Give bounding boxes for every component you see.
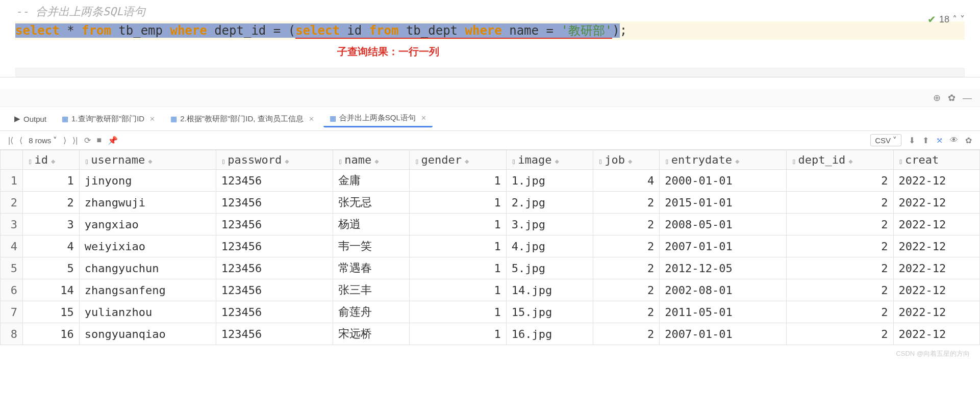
cell-username[interactable]: yangxiao: [79, 214, 216, 235]
cell-deptid[interactable]: 2: [787, 235, 893, 257]
cell-deptid[interactable]: 2: [787, 279, 893, 301]
sql-line[interactable]: select * from tb_emp where dept_id = (se…: [15, 21, 965, 40]
cell-name[interactable]: 常遇春: [333, 257, 409, 279]
sort-icon[interactable]: ◆: [735, 157, 739, 165]
cell-name[interactable]: 韦一笑: [333, 235, 409, 257]
cell-image[interactable]: 4.jpg: [506, 235, 593, 257]
cell-create[interactable]: 2022-12: [893, 170, 979, 192]
cell-password[interactable]: 123456: [216, 170, 333, 192]
first-page-icon[interactable]: |⟨: [8, 136, 13, 145]
cell-password[interactable]: 123456: [216, 214, 333, 235]
cell-job[interactable]: 4: [593, 170, 660, 192]
cell-job[interactable]: 2: [593, 279, 660, 301]
cell-create[interactable]: 2022-12: [893, 214, 979, 235]
stop-icon[interactable]: ■: [97, 136, 102, 145]
sort-icon[interactable]: ◆: [51, 157, 55, 165]
cell-password[interactable]: 123456: [216, 279, 333, 301]
cell-job[interactable]: 2: [593, 257, 660, 279]
cell-image[interactable]: 2.jpg: [506, 192, 593, 214]
cell-gender[interactable]: 1: [410, 235, 507, 257]
sort-icon[interactable]: ◆: [148, 157, 152, 165]
cell-username[interactable]: weiyixiao: [79, 235, 216, 257]
cell-id[interactable]: 4: [23, 235, 80, 257]
cell-gender[interactable]: 1: [410, 301, 507, 323]
cell-username[interactable]: zhangwuji: [79, 192, 216, 214]
col-gender[interactable]: ▯gender◆: [410, 150, 507, 170]
last-page-icon[interactable]: ⟩|: [72, 136, 78, 145]
col-id[interactable]: ▯id◆: [23, 150, 80, 170]
cell-job[interactable]: 2: [593, 301, 660, 323]
rows-dropdown[interactable]: 8 rows ˅: [29, 136, 57, 145]
col-deptid[interactable]: ▯dept_id◆: [787, 150, 893, 170]
cell-gender[interactable]: 1: [410, 279, 507, 301]
cell-name[interactable]: 俞莲舟: [333, 301, 409, 323]
cell-deptid[interactable]: 2: [787, 214, 893, 235]
cell-create[interactable]: 2022-12: [893, 301, 979, 323]
cell-gender[interactable]: 1: [410, 170, 507, 192]
export-csv-button[interactable]: CSV ˅: [870, 134, 901, 146]
tab-merged[interactable]: ▦ 合并出上两条SQL语句 ✕: [323, 110, 433, 127]
prev-page-icon[interactable]: ⟨: [19, 136, 22, 145]
cell-password[interactable]: 123456: [216, 323, 333, 345]
cell-create[interactable]: 2022-12: [893, 192, 979, 214]
table-row[interactable]: 614zhangsanfeng123456张三丰114.jpg22002-08-…: [1, 279, 980, 301]
cell-entrydate[interactable]: 2011-05-01: [660, 301, 787, 323]
table-row[interactable]: 11jinyong123456金庸11.jpg42000-01-0122022-…: [1, 170, 980, 192]
cell-name[interactable]: 张无忌: [333, 192, 409, 214]
close-icon[interactable]: ✕: [309, 115, 314, 123]
col-image[interactable]: ▯image◆: [506, 150, 593, 170]
cell-id[interactable]: 3: [23, 214, 80, 235]
table-row[interactable]: 816songyuanqiao123456宋远桥116.jpg22007-01-…: [1, 323, 980, 345]
cell-id[interactable]: 14: [23, 279, 80, 301]
settings-icon[interactable]: ✿: [965, 136, 972, 145]
pin-icon[interactable]: 📌: [108, 136, 118, 145]
cell-job[interactable]: 2: [593, 323, 660, 345]
next-page-icon[interactable]: ⟩: [63, 136, 66, 145]
cell-gender[interactable]: 1: [410, 192, 507, 214]
sort-icon[interactable]: ◆: [555, 157, 559, 165]
cell-deptid[interactable]: 2: [787, 192, 893, 214]
refresh-icon[interactable]: ⟳: [84, 136, 91, 145]
sort-icon[interactable]: ◆: [285, 157, 289, 165]
tab-query1[interactable]: ▦ 1.查询"教研部"部门ID ✕: [56, 111, 161, 127]
compare-icon[interactable]: ⤧: [936, 136, 943, 145]
down-icon[interactable]: ˅: [960, 14, 965, 25]
close-icon[interactable]: ✕: [421, 114, 426, 122]
cell-entrydate[interactable]: 2007-01-01: [660, 323, 787, 345]
table-row[interactable]: 22zhangwuji123456张无忌12.jpg22015-01-01220…: [1, 192, 980, 214]
cell-entrydate[interactable]: 2007-01-01: [660, 235, 787, 257]
cell-username[interactable]: jinyong: [79, 170, 216, 192]
close-icon[interactable]: ✕: [149, 115, 155, 123]
cell-password[interactable]: 123456: [216, 301, 333, 323]
cell-id[interactable]: 5: [23, 257, 80, 279]
col-username[interactable]: ▯username◆: [79, 150, 216, 170]
cell-entrydate[interactable]: 2015-01-01: [660, 192, 787, 214]
cell-deptid[interactable]: 2: [787, 170, 893, 192]
cell-name[interactable]: 杨逍: [333, 214, 409, 235]
cell-image[interactable]: 14.jpg: [506, 279, 593, 301]
cell-job[interactable]: 2: [593, 235, 660, 257]
cell-name[interactable]: 金庸: [333, 170, 409, 192]
cell-image[interactable]: 16.jpg: [506, 323, 593, 345]
table-row[interactable]: 55changyuchun123456常遇春15.jpg22012-12-052…: [1, 257, 980, 279]
cell-image[interactable]: 15.jpg: [506, 301, 593, 323]
col-password[interactable]: ▯password◆: [216, 150, 333, 170]
table-row[interactable]: 33yangxiao123456杨逍13.jpg22008-05-0122022…: [1, 214, 980, 235]
col-job[interactable]: ▯job◆: [593, 150, 660, 170]
table-row[interactable]: 44weiyixiao123456韦一笑14.jpg22007-01-01220…: [1, 235, 980, 257]
minimize-icon[interactable]: —: [963, 93, 972, 103]
cell-deptid[interactable]: 2: [787, 301, 893, 323]
cell-gender[interactable]: 1: [410, 214, 507, 235]
col-create[interactable]: ▯creat: [893, 150, 979, 170]
cell-id[interactable]: 2: [23, 192, 80, 214]
cell-entrydate[interactable]: 2000-01-01: [660, 170, 787, 192]
cell-create[interactable]: 2022-12: [893, 279, 979, 301]
cell-entrydate[interactable]: 2002-08-01: [660, 279, 787, 301]
tab-query2[interactable]: ▦ 2.根据"教研部"部门ID, 查询员工信息 ✕: [164, 111, 320, 127]
cell-entrydate[interactable]: 2012-12-05: [660, 257, 787, 279]
cell-entrydate[interactable]: 2008-05-01: [660, 214, 787, 235]
col-entrydate[interactable]: ▯entrydate◆: [660, 150, 787, 170]
output-tab[interactable]: ▶ Output: [8, 111, 53, 126]
cell-password[interactable]: 123456: [216, 235, 333, 257]
cell-image[interactable]: 1.jpg: [506, 170, 593, 192]
